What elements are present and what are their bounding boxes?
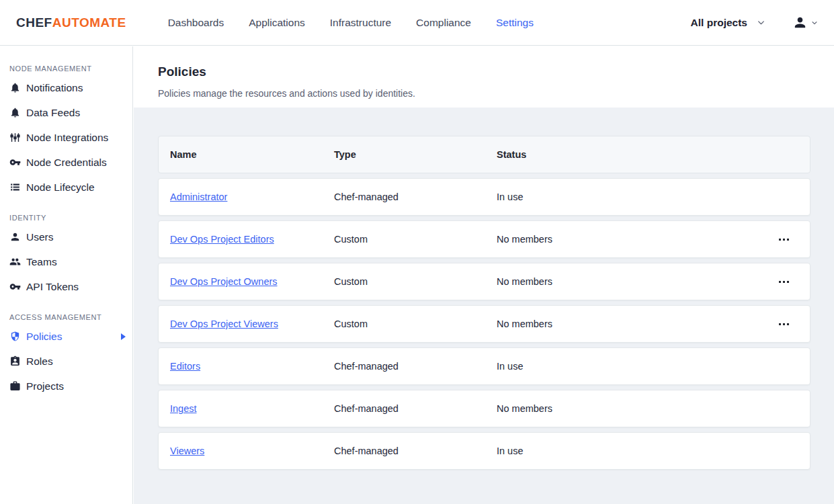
sidebar-item-roles[interactable]: Roles: [0, 349, 132, 374]
table-row-dev-ops-project-viewers: Dev Ops Project ViewersCustomNo members: [158, 305, 810, 343]
settings-sidebar: NODE MANAGEMENTNotificationsData FeedsNo…: [0, 46, 133, 504]
sidebar-section-label: IDENTITY: [0, 210, 132, 224]
sidebar-item-label: Node Integrations: [26, 132, 108, 144]
policy-name-link[interactable]: Dev Ops Project Owners: [170, 276, 278, 287]
policy-type: Chef-managed: [334, 403, 497, 414]
policy-name-link[interactable]: Editors: [170, 361, 200, 372]
logo-chef: CHEF: [16, 15, 52, 30]
user-menu[interactable]: [792, 15, 818, 30]
sidebar-item-notifications[interactable]: Notifications: [0, 75, 132, 100]
sidebar-section-node-management: NODE MANAGEMENTNotificationsData FeedsNo…: [0, 50, 132, 200]
page-subtitle: Policies manage the resources and action…: [158, 88, 834, 99]
briefcase-icon: [9, 380, 21, 392]
policy-name-link[interactable]: Ingest: [170, 403, 197, 414]
sidebar-item-node-integrations[interactable]: Node Integrations: [0, 125, 132, 150]
sidebar-item-teams[interactable]: Teams: [0, 249, 132, 274]
sidebar-item-projects[interactable]: Projects: [0, 374, 132, 398]
policies-table: NameTypeStatus AdministratorChef-managed…: [158, 136, 810, 470]
page-header: Policies Policies manage the resources a…: [134, 46, 834, 108]
sidebar-item-policies[interactable]: Policies: [0, 324, 132, 349]
sidebar-item-label: Users: [26, 231, 53, 243]
nav-item-applications[interactable]: Applications: [249, 17, 305, 29]
list-icon: [9, 181, 21, 193]
table-row-dev-ops-project-owners: Dev Ops Project OwnersCustomNo members: [158, 263, 810, 300]
sliders-icon: [9, 132, 21, 143]
table-row-ingest: IngestChef-managedNo members: [158, 390, 810, 427]
policy-status: In use: [497, 192, 769, 202]
policy-status: No members: [497, 319, 769, 329]
chevron-down-icon: [757, 18, 765, 27]
policy-name-link[interactable]: Viewers: [170, 446, 204, 456]
policy-type: Chef-managed: [334, 361, 497, 372]
nav-item-compliance[interactable]: Compliance: [416, 17, 471, 29]
main-nav: DashboardsApplicationsInfrastructureComp…: [168, 17, 534, 29]
table-row-editors: EditorsChef-managedIn use: [158, 347, 810, 385]
key-icon: [9, 281, 21, 292]
policy-name-link[interactable]: Dev Ops Project Editors: [170, 234, 274, 245]
policy-type: Custom: [334, 276, 497, 287]
page-title: Policies: [158, 65, 834, 79]
sidebar-section-identity: IDENTITYUsersTeamsAPI Tokens: [0, 200, 132, 299]
sidebar-section-label: ACCESS MANAGEMENT: [0, 309, 132, 324]
sidebar-item-label: Policies: [26, 331, 62, 343]
policy-status: No members: [497, 234, 769, 245]
badge-icon: [9, 355, 21, 367]
policy-type: Chef-managed: [334, 192, 497, 202]
sidebar-item-label: Node Lifecycle: [26, 181, 95, 194]
bell-icon: [9, 107, 21, 118]
sidebar-item-users[interactable]: Users: [0, 224, 132, 249]
policy-status: In use: [497, 446, 769, 456]
logo-automate: AUTOMATE: [52, 15, 126, 30]
row-overflow-menu-button[interactable]: [772, 271, 795, 292]
sidebar-item-label: Data Feeds: [26, 107, 80, 119]
nav-item-settings[interactable]: Settings: [496, 17, 534, 29]
sidebar-item-label: Projects: [26, 380, 64, 392]
policy-name-link[interactable]: Dev Ops Project Viewers: [170, 319, 278, 329]
policy-name-link[interactable]: Administrator: [170, 192, 227, 202]
table-row-viewers: ViewersChef-managedIn use: [158, 432, 810, 470]
column-header-name: Name: [170, 149, 334, 160]
person-icon: [9, 231, 21, 243]
top-navbar: CHEFAUTOMATE DashboardsApplicationsInfra…: [0, 0, 834, 46]
sidebar-item-label: API Tokens: [26, 281, 79, 293]
policy-status: In use: [497, 361, 769, 372]
main-content: Policies Policies manage the resources a…: [134, 46, 834, 504]
chef-automate-logo[interactable]: CHEFAUTOMATE: [16, 15, 126, 30]
row-overflow-menu-button[interactable]: [772, 314, 795, 334]
sidebar-item-node-credentials[interactable]: Node Credentials: [0, 150, 132, 175]
table-row-administrator: AdministratorChef-managedIn use: [158, 178, 810, 216]
nav-item-dashboards[interactable]: Dashboards: [168, 17, 224, 29]
sidebar-section-access-management: ACCESS MANAGEMENTPoliciesRolesProjects: [0, 299, 132, 398]
policy-type: Custom: [334, 319, 497, 329]
content-panel: NameTypeStatus AdministratorChef-managed…: [134, 108, 834, 504]
group-icon: [9, 256, 21, 267]
projects-filter-dropdown[interactable]: All projects: [691, 17, 765, 29]
table-header-row: NameTypeStatus: [158, 136, 810, 173]
bell-icon: [9, 82, 21, 93]
nav-item-infrastructure[interactable]: Infrastructure: [330, 17, 391, 29]
table-row-dev-ops-project-editors: Dev Ops Project EditorsCustomNo members: [158, 220, 810, 258]
sidebar-item-data-feeds[interactable]: Data Feeds: [0, 100, 132, 125]
policy-type: Chef-managed: [334, 446, 497, 456]
sidebar-section-label: NODE MANAGEMENT: [0, 60, 132, 75]
row-overflow-menu-button[interactable]: [772, 229, 795, 249]
policy-status: No members: [497, 403, 769, 414]
key-icon: [9, 157, 21, 168]
user-avatar-icon: [792, 15, 808, 30]
table-body: AdministratorChef-managedIn useDev Ops P…: [158, 178, 810, 470]
sidebar-item-api-tokens[interactable]: API Tokens: [0, 274, 132, 299]
column-header-type: Type: [334, 149, 497, 160]
projects-filter-label: All projects: [691, 17, 747, 29]
sidebar-item-label: Notifications: [26, 82, 83, 94]
sidebar-item-node-lifecycle[interactable]: Node Lifecycle: [0, 175, 132, 200]
caret-right-icon: [121, 333, 126, 340]
policy-type: Custom: [334, 234, 497, 245]
column-header-status: Status: [497, 149, 769, 160]
sidebar-item-label: Node Credentials: [26, 157, 107, 169]
sidebar-item-label: Teams: [26, 256, 57, 268]
sidebar-item-label: Roles: [26, 355, 53, 368]
navbar-right: All projects: [691, 15, 818, 30]
shield-icon: [9, 331, 21, 342]
policy-status: No members: [497, 276, 769, 287]
chevron-down-icon: [811, 19, 818, 26]
